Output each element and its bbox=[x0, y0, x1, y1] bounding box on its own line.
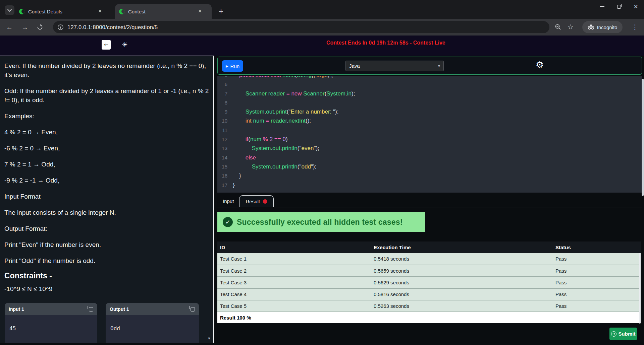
line-number: 9 bbox=[217, 107, 227, 116]
code-text: if(num % 2 == 0) bbox=[233, 135, 288, 144]
code-editor[interactable]: 5 public static void main(String[] args)… bbox=[217, 76, 642, 193]
tab-title: Contest bbox=[128, 9, 192, 14]
table-cell: Test Case 4 bbox=[217, 291, 371, 297]
code-text: System.out.print("Enter a number: "); bbox=[233, 107, 338, 116]
table-row: Test Case 10.5418 secondsPass bbox=[217, 253, 641, 265]
submit-button[interactable]: → Submit bbox=[609, 328, 637, 340]
problem-paragraph: 4 % 2 = 0 → Even, bbox=[4, 128, 212, 137]
table-cell: 0.5659 seconds bbox=[371, 268, 553, 274]
gear-icon[interactable]: ⚙ bbox=[536, 60, 544, 70]
sample-output-value: Odd bbox=[106, 315, 199, 332]
incognito-badge: Incognito bbox=[582, 21, 623, 33]
line-number: 13 bbox=[217, 144, 227, 153]
zoom-icon[interactable] bbox=[553, 22, 563, 32]
line-number: 7 bbox=[217, 89, 227, 98]
window-controls: × bbox=[600, 4, 638, 9]
sample-input-value: 45 bbox=[5, 315, 97, 332]
code-line: 5 public static void main(String[] args)… bbox=[217, 76, 642, 80]
site-favicon bbox=[19, 9, 25, 14]
tab-search-button[interactable] bbox=[5, 5, 14, 15]
table-cell: Test Case 2 bbox=[217, 268, 371, 274]
language-select[interactable]: Java ▾ bbox=[345, 61, 444, 71]
tab-close-icon[interactable]: × bbox=[97, 8, 103, 15]
problem-paragraph: Examples: bbox=[4, 112, 212, 121]
tab-contest-details[interactable]: Contest Details × bbox=[15, 4, 113, 19]
problem-paragraph: 7 % 2 = 1 → Odd, bbox=[4, 160, 212, 169]
line-number: 11 bbox=[217, 126, 227, 135]
problem-paragraph: -9 % 2 = -1 → Odd, bbox=[4, 176, 212, 185]
copy-icon[interactable] bbox=[89, 307, 93, 312]
table-cell: Test Case 3 bbox=[217, 280, 371, 285]
results-table: ID Execution Time Status Test Case 10.54… bbox=[217, 242, 641, 323]
tab-strip: Contest Details × Contest × + × bbox=[0, 0, 644, 19]
page-scrollbar[interactable] bbox=[642, 79, 644, 196]
reload-icon[interactable] bbox=[35, 22, 45, 32]
code-line: 11 bbox=[217, 126, 642, 135]
line-number: 16 bbox=[217, 171, 227, 180]
tab-close-icon[interactable]: × bbox=[197, 8, 203, 15]
chevron-down-icon bbox=[7, 7, 12, 12]
editor-toolbar: ▶ Run Java ▾ ⚙ bbox=[217, 57, 642, 75]
code-line: 9 System.out.print("Enter a number: "); bbox=[217, 107, 642, 116]
site-info-icon[interactable] bbox=[58, 24, 63, 30]
problem-paragraph: Even: If the number divided by 2 leaves … bbox=[4, 61, 212, 79]
play-icon: ▶ bbox=[226, 64, 228, 68]
tab-contest-active[interactable]: Contest × bbox=[115, 4, 212, 19]
site-favicon bbox=[119, 9, 125, 14]
table-cell: 0.5418 seconds bbox=[371, 256, 553, 262]
results-scrollbar[interactable] bbox=[639, 253, 641, 324]
theme-toggle-sun-icon[interactable]: ☀ bbox=[120, 40, 129, 49]
code-line: 8 bbox=[217, 98, 642, 107]
maximize-icon[interactable] bbox=[617, 5, 621, 9]
check-icon: ✓ bbox=[223, 217, 233, 227]
code-line: 14 else bbox=[217, 153, 642, 162]
header-status: Status bbox=[553, 245, 641, 250]
success-message: Successfully executed all hidden test ca… bbox=[237, 218, 403, 227]
code-line: 7 Scanner reader = new Scanner(System.in… bbox=[217, 89, 642, 98]
tab-input[interactable]: Input bbox=[217, 195, 239, 207]
problem-paragraph: -6 % 2 = 0 → Even, bbox=[4, 144, 212, 153]
table-cell: 0.5263 seconds bbox=[371, 303, 553, 309]
back-icon[interactable]: ← bbox=[4, 22, 15, 32]
constraints-value: -10^9 ≤ N ≤ 10^9 bbox=[4, 285, 52, 293]
window-close-icon[interactable]: × bbox=[634, 4, 638, 9]
sample-input-label: Input 1 bbox=[9, 306, 24, 312]
line-number: 6 bbox=[217, 80, 227, 89]
line-number: 15 bbox=[217, 162, 227, 171]
table-cell: Pass bbox=[553, 280, 641, 285]
problem-paragraph: Input Format bbox=[4, 192, 212, 201]
copy-icon[interactable] bbox=[191, 307, 195, 312]
header-id: ID bbox=[217, 245, 371, 250]
language-value: Java bbox=[349, 63, 360, 69]
table-cell: Pass bbox=[553, 256, 641, 262]
run-label: Run bbox=[230, 63, 240, 69]
code-text: System.out.println("odd"); bbox=[233, 162, 316, 171]
code-text: } bbox=[233, 171, 241, 180]
incognito-label: Incognito bbox=[597, 24, 618, 30]
io-tab-bar: Input Result bbox=[217, 194, 642, 207]
problem-paragraph: Print "Even" if the number is even. bbox=[4, 240, 212, 249]
result-status-dot bbox=[263, 199, 267, 204]
problem-paragraph: The input consists of a single integer N… bbox=[4, 208, 212, 217]
tab-result[interactable]: Result bbox=[239, 195, 274, 207]
address-bar[interactable]: 127.0.0.1:8000/contest/2/question/5 bbox=[53, 21, 549, 33]
minimize-icon[interactable] bbox=[600, 6, 604, 7]
bookmark-star-icon[interactable]: ☆ bbox=[566, 22, 576, 32]
browser-menu-icon[interactable]: ⋮ bbox=[630, 22, 640, 32]
line-number: 8 bbox=[217, 98, 227, 107]
code-line: 10 int num = reader.nextInt(); bbox=[217, 116, 642, 125]
back-to-contest-button[interactable]: ← bbox=[102, 40, 111, 50]
code-text: System.out.println("even"); bbox=[233, 144, 319, 153]
table-cell: 0.5629 seconds bbox=[371, 280, 553, 285]
forward-icon[interactable]: → bbox=[19, 22, 30, 32]
problem-paragraph: Odd: If the number divided by 2 leaves a… bbox=[4, 86, 212, 105]
code-line: 17} bbox=[217, 181, 642, 190]
new-tab-button[interactable]: + bbox=[219, 7, 223, 15]
scrollbar-down-arrow-icon[interactable]: ▼ bbox=[207, 336, 211, 340]
line-number: 5 bbox=[217, 76, 227, 80]
code-text: } bbox=[233, 181, 235, 190]
run-button[interactable]: ▶ Run bbox=[222, 60, 243, 72]
code-text: Scanner reader = new Scanner(System.in); bbox=[233, 89, 355, 98]
code-line: 6 bbox=[217, 80, 642, 89]
problem-paragraph: Print "Odd" if the number is odd. bbox=[4, 256, 212, 265]
